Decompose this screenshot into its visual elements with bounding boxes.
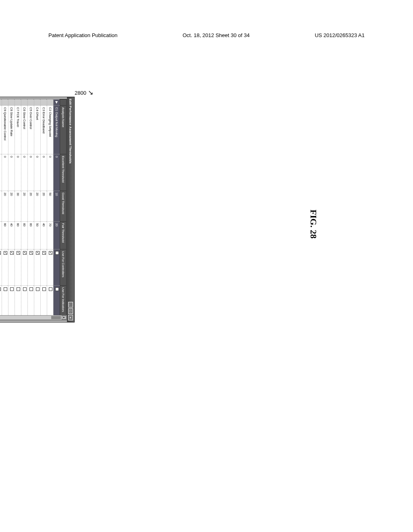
cell-fair[interactable]: 60 (28, 221, 34, 249)
cell-good[interactable]: 20 (41, 191, 47, 221)
cell-indicators[interactable] (28, 285, 34, 320)
cell-excellent[interactable]: 0 (54, 154, 60, 191)
checkbox-icon[interactable] (55, 251, 59, 255)
cell-excellent[interactable]: 0 (0, 154, 2, 191)
cell-name[interactable]: C7 FCE Travel (15, 106, 21, 154)
checkbox-icon[interactable] (55, 287, 59, 291)
cell-indicators[interactable] (15, 285, 21, 320)
scroll-up-icon[interactable]: ▴ (62, 316, 67, 320)
cell-excellent[interactable]: 0 (2, 154, 8, 191)
cell-indicators[interactable] (21, 285, 28, 320)
cell-fair[interactable]: 40 (41, 221, 47, 249)
maximize-icon[interactable]: □ (68, 308, 73, 314)
table-row[interactable]: C8 Slow Update Rate02040 (8, 100, 15, 320)
cell-fair[interactable]: 20 (0, 221, 2, 249)
checkbox-icon[interactable] (17, 287, 20, 291)
checkbox-icon[interactable] (23, 287, 27, 291)
cell-excellent[interactable]: 0 (28, 154, 34, 191)
col-analysis-name[interactable]: Analysis Name (60, 106, 67, 154)
cell-indicators[interactable] (54, 285, 60, 320)
cell-good[interactable]: 20 (2, 191, 8, 221)
cell-good[interactable]: 5 (0, 191, 2, 221)
cell-name[interactable]: C5 Over Control (28, 106, 34, 154)
table-row[interactable]: C5 Over Control02060 (28, 100, 34, 320)
cell-name[interactable]: C1 Output Not Moving (54, 106, 60, 154)
cell-controllers[interactable] (21, 249, 28, 286)
cell-fair[interactable]: 20 (54, 221, 60, 249)
title-bar[interactable]: Edit Performance Assessment Thresholds _… (67, 97, 74, 322)
minimize-icon[interactable]: _ (68, 302, 73, 308)
cell-indicators[interactable] (2, 285, 8, 320)
checkbox-icon[interactable] (36, 287, 40, 291)
col-use-controllers[interactable]: Use For Controllers (60, 249, 67, 286)
cell-excellent[interactable]: 0 (8, 154, 15, 191)
col-excellent[interactable]: Excellent Threshold (60, 154, 67, 191)
cell-good[interactable]: 10 (54, 191, 60, 221)
cell-name[interactable]: C9 Questionable Control (2, 106, 8, 154)
col-good[interactable]: Good Threshold (60, 191, 67, 221)
cell-indicators[interactable] (41, 285, 47, 320)
cell-controllers[interactable] (54, 249, 60, 286)
cell-fair[interactable]: 80 (15, 221, 21, 249)
cell-name[interactable]: C6 Slow Control (21, 106, 28, 154)
checkbox-icon[interactable] (10, 287, 14, 291)
cell-excellent[interactable]: 0 (41, 154, 47, 191)
cell-controllers[interactable] (8, 249, 15, 286)
cell-good[interactable]: 50 (47, 191, 54, 221)
checkbox-icon[interactable] (29, 287, 33, 291)
cell-excellent[interactable]: 0 (21, 154, 28, 191)
cell-fair[interactable]: 80 (2, 221, 8, 249)
checkbox-icon[interactable] (49, 251, 52, 255)
cell-good[interactable]: 30 (15, 191, 21, 221)
checkbox-icon[interactable] (23, 251, 27, 255)
cell-fair[interactable]: 40 (8, 221, 15, 249)
cell-controllers[interactable] (41, 249, 47, 286)
cell-excellent[interactable]: 0 (47, 154, 54, 191)
table-row[interactable]: ▶C1 Output Not Moving01020 (54, 100, 60, 320)
checkbox-icon[interactable] (49, 287, 52, 291)
cell-indicators[interactable] (47, 285, 54, 320)
table-row[interactable]: C4 Offset02050 (34, 100, 41, 320)
cell-fair[interactable]: 70 (47, 221, 54, 249)
cell-good[interactable]: 20 (28, 191, 34, 221)
cell-good[interactable]: 20 (21, 191, 28, 221)
col-fair[interactable]: Fair Threshold (60, 221, 67, 249)
cell-controllers[interactable] (28, 249, 34, 286)
cell-name[interactable]: C4 Offset (34, 106, 41, 154)
vertical-scrollbar[interactable]: ▴ ▾ (0, 315, 67, 320)
cell-excellent[interactable]: 0 (34, 154, 41, 191)
cell-controllers[interactable] (15, 249, 21, 286)
table-row[interactable]: C2 Changing Setpoint05070 (47, 100, 54, 320)
table-row[interactable]: C9 Questionable Control02080 (2, 100, 8, 320)
scroll-thumb[interactable] (51, 316, 61, 319)
checkbox-icon[interactable] (36, 251, 40, 255)
close-icon[interactable]: × (68, 315, 73, 320)
checkbox-icon[interactable] (42, 287, 46, 291)
checkbox-icon[interactable] (42, 251, 46, 255)
checkbox-icon[interactable] (17, 251, 20, 255)
cell-indicators[interactable] (0, 285, 2, 320)
cell-controllers[interactable] (47, 249, 54, 286)
col-use-indicators[interactable]: Use For Indicators (60, 285, 67, 320)
table-row[interactable]: C3 Error Deadband02040 (41, 100, 47, 320)
table-row[interactable]: C6 Slow Control02060 (21, 100, 28, 320)
cell-good[interactable]: 20 (34, 191, 41, 221)
cell-good[interactable]: 20 (8, 191, 15, 221)
cell-fair[interactable]: 60 (21, 221, 28, 249)
thresholds-grid[interactable]: Analysis Name Excellent Threshold Good T… (0, 99, 67, 320)
cell-name[interactable]: P1 FCE Out Of Range (0, 106, 2, 154)
cell-indicators[interactable] (34, 285, 41, 320)
cell-controllers[interactable] (2, 249, 8, 286)
checkbox-icon[interactable] (29, 251, 33, 255)
checkbox-icon[interactable] (0, 287, 1, 291)
cell-fair[interactable]: 50 (34, 221, 41, 249)
cell-excellent[interactable]: 0 (15, 154, 21, 191)
cell-name[interactable]: C8 Slow Update Rate (8, 106, 15, 154)
cell-controllers[interactable] (34, 249, 41, 286)
cell-indicators[interactable] (8, 285, 15, 320)
checkbox-icon[interactable] (10, 251, 14, 255)
table-row[interactable]: C7 FCE Travel03080 (15, 100, 21, 320)
cell-name[interactable]: C3 Error Deadband (41, 106, 47, 154)
cell-name[interactable]: C2 Changing Setpoint (47, 106, 54, 154)
table-row[interactable]: P1 FCE Out Of Range0520 (0, 100, 2, 320)
